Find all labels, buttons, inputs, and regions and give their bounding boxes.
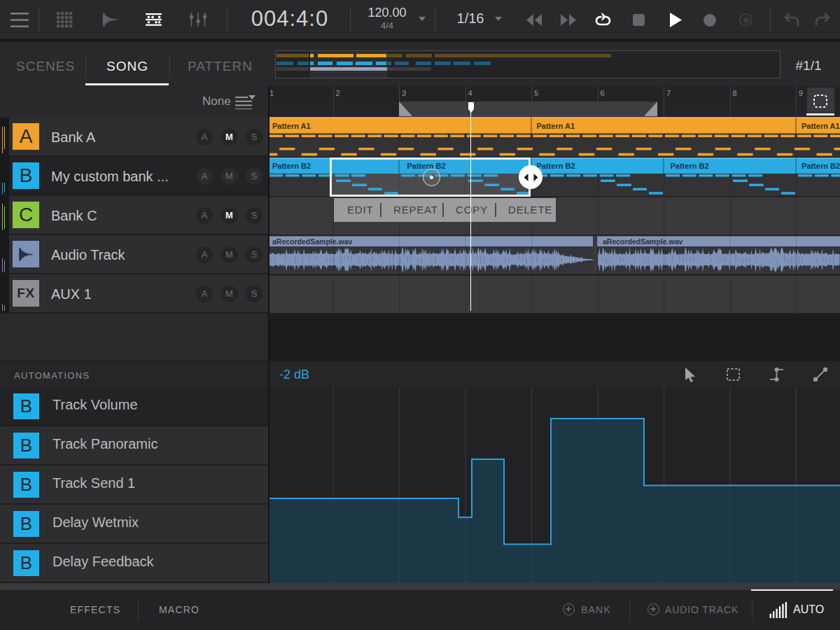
svg-text:Pattern B2: Pattern B2	[272, 162, 311, 170]
svg-text:Pattern B2: Pattern B2	[671, 162, 709, 170]
svg-text:Pattern A1: Pattern A1	[802, 122, 840, 130]
svg-text:aRecordedSample.wav: aRecordedSample.wav	[272, 237, 353, 246]
svg-text:Pattern A1: Pattern A1	[272, 122, 311, 130]
svg-text:Pattern B2: Pattern B2	[537, 162, 575, 170]
svg-text:aRecordedSample.wav: aRecordedSample.wav	[603, 237, 683, 246]
svg-text:Pattern B2: Pattern B2	[802, 162, 840, 170]
svg-text:Pattern A1: Pattern A1	[537, 122, 575, 130]
